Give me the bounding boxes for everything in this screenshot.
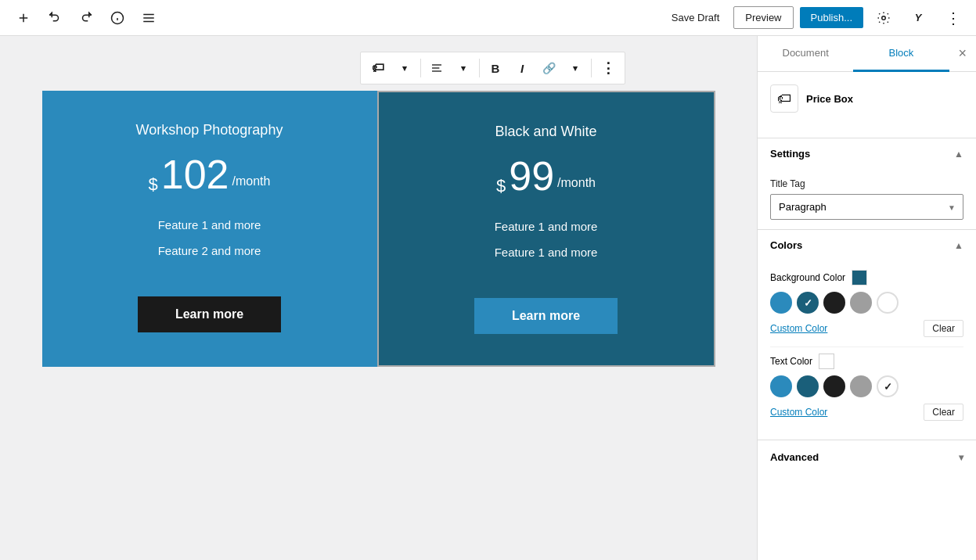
publish-button[interactable]: Publish... [800,7,863,28]
colors-chevron-up-icon: ▲ [954,240,963,251]
text-color-label: Text Color [770,354,963,369]
card-2-feature-2: Feature 1 and more [402,246,690,259]
undo-button[interactable] [41,4,69,32]
text-swatch-white[interactable] [877,375,899,397]
card-2-title: Black and White [495,124,596,140]
redo-button[interactable] [72,4,100,32]
text-color-swatches [770,375,963,397]
toolbar-right: Save Draft Preview Publish... Y ⋮ [664,4,967,32]
text-custom-color-row: Custom Color Clear [770,404,963,421]
toolbar-left [9,4,163,32]
settings-chevron-up-icon: ▲ [954,149,963,160]
bg-swatch-dark-teal[interactable] [797,292,819,314]
bold-button[interactable]: B [483,56,508,81]
svg-rect-11 [432,70,441,71]
editor-area: 🏷 ▾ ▾ B I 🔗 ▾ ⋮ Workshop Photography $ 1… [0,36,757,560]
block-name-label: Price Box [806,93,853,105]
title-tag-select-wrap: Paragraph H1H2H3 H4H5H6 [770,194,963,220]
card-1-title: Workshop Photography [136,122,283,138]
info-button[interactable] [103,4,131,32]
link-button[interactable]: 🔗 [536,56,561,81]
card-2-cta-button[interactable]: Learn more [474,298,618,334]
tab-block[interactable]: Block [853,36,949,72]
price-card-2: Black and White $ 99 /month Feature 1 an… [377,91,715,367]
title-tag-select[interactable]: Paragraph H1H2H3 H4H5H6 [770,194,963,220]
advanced-chevron-down-icon: ▾ [959,452,963,463]
bg-color-swatches [770,292,963,314]
sidebar-block-info: 🏷 Price Box [758,72,976,138]
colors-label: Colors [770,239,802,251]
background-color-label: Background Color [770,270,963,285]
card-2-features: Feature 1 and more Feature 1 and more [402,220,690,259]
card-1-price-row: $ 102 /month [149,154,271,195]
italic-button[interactable]: I [510,56,535,81]
main-layout: 🏷 ▾ ▾ B I 🔗 ▾ ⋮ Workshop Photography $ 1… [0,36,976,560]
svg-rect-9 [432,64,441,65]
toolbar-separator-3 [591,59,592,77]
block-type-button[interactable]: 🏷 [366,56,391,81]
svg-rect-10 [432,67,439,68]
card-2-price: 99 [509,156,554,196]
card-1-price: 102 [161,154,229,195]
bg-custom-color-button[interactable]: Custom Color [770,323,827,334]
toolbar-separator-2 [479,59,480,77]
toolbar-separator [420,59,421,77]
more-options-button[interactable]: ⋮ [938,4,967,32]
card-1-period: /month [232,174,271,188]
sidebar-tabs: Document Block × [758,36,976,72]
color-separator [770,346,963,347]
price-card-1: Workshop Photography $ 102 /month Featur… [42,91,377,367]
settings-label: Settings [770,148,810,160]
card-1-cta-button[interactable]: Learn more [138,296,281,332]
bg-swatch-blue[interactable] [770,292,792,314]
bg-clear-button[interactable]: Clear [924,320,963,337]
card-1-feature-2: Feature 2 and more [66,244,354,257]
block-icon: 🏷 [770,84,798,113]
sidebar: Document Block × 🏷 Price Box Settings ▲ … [757,36,976,560]
tab-document[interactable]: Document [758,36,853,72]
card-2-feature-1: Feature 1 and more [402,220,690,233]
top-bar: Save Draft Preview Publish... Y ⋮ [0,0,976,36]
text-color-preview [819,354,834,369]
settings-section-header[interactable]: Settings ▲ [758,138,976,169]
bg-swatch-gray[interactable] [850,292,872,314]
card-2-dollar: $ [496,176,506,196]
card-1-dollar: $ [149,174,158,195]
settings-button[interactable] [870,4,898,32]
advanced-label: Advanced [770,451,819,463]
text-swatch-gray[interactable] [850,375,872,397]
yoast-button[interactable]: Y [904,4,932,32]
more-rich-text[interactable]: ▾ [563,56,588,81]
text-swatch-black[interactable] [823,375,845,397]
price-cards-wrapper: Workshop Photography $ 102 /month Featur… [42,91,715,367]
advanced-section-header[interactable]: Advanced ▾ [758,440,976,474]
card-2-price-row: $ 99 /month [496,156,596,196]
bg-custom-color-row: Custom Color Clear [770,320,963,337]
svg-point-8 [882,16,886,20]
sidebar-close-button[interactable]: × [949,36,977,71]
list-view-button[interactable] [135,4,163,32]
text-clear-button[interactable]: Clear [924,404,963,421]
text-swatch-blue[interactable] [770,375,792,397]
block-toolbar: 🏷 ▾ ▾ B I 🔗 ▾ ⋮ [360,52,625,84]
colors-body: Background Color Custom Color Clear Text… [758,260,976,440]
bg-color-preview [852,270,867,285]
colors-section-header[interactable]: Colors ▲ [758,229,976,260]
card-1-feature-1: Feature 1 and more [66,218,354,232]
align-button[interactable] [424,56,449,81]
block-more-options[interactable]: ⋮ [595,56,620,81]
text-custom-color-button[interactable]: Custom Color [770,407,827,418]
block-icon-row: 🏷 Price Box [770,84,963,113]
text-swatch-dark-teal[interactable] [797,375,819,397]
bg-swatch-black[interactable] [823,292,845,314]
settings-body: Title Tag Paragraph H1H2H3 H4H5H6 [758,169,976,229]
card-2-period: /month [557,176,596,190]
save-draft-button[interactable]: Save Draft [664,7,727,28]
align-dropdown[interactable]: ▾ [451,56,476,81]
block-inserter-button[interactable] [9,4,38,32]
card-1-features: Feature 1 and more Feature 2 and more [66,218,354,257]
preview-button[interactable]: Preview [733,6,793,29]
block-type-dropdown[interactable]: ▾ [392,56,417,81]
bg-swatch-white[interactable] [877,292,899,314]
title-tag-label: Title Tag [770,178,963,189]
